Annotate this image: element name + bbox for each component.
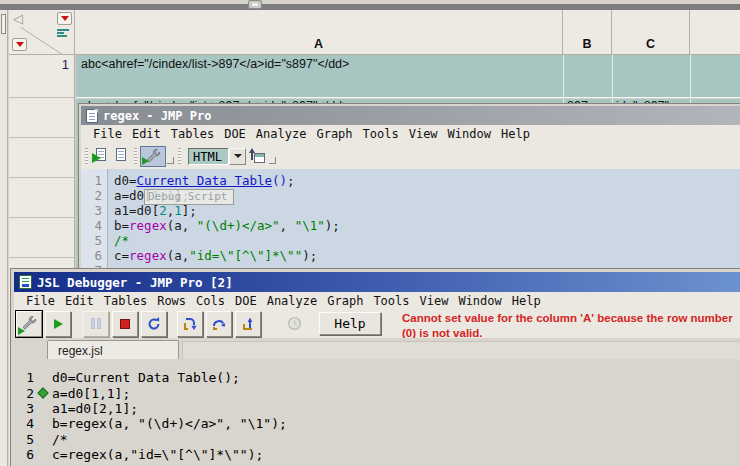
code-line[interactable]: 1d0=Current Data Table(); <box>81 173 740 188</box>
run-button[interactable] <box>45 311 71 337</box>
tab-regex-jsl[interactable]: regex.jsl <box>47 340 179 359</box>
code-line[interactable]: 3a1=d0[2,1]; <box>81 203 740 218</box>
red-triangle-icon <box>16 42 24 47</box>
debugger-titlebar[interactable]: JSL Debugger - JMP Pro [2] <box>14 272 740 292</box>
row-header-empty[interactable] <box>9 98 74 138</box>
run-script-button[interactable] <box>91 146 112 166</box>
stop-button[interactable] <box>112 311 138 337</box>
debugger-code-view[interactable]: 1d0=Current Data Table(); 2a=d0[1,1]; 3a… <box>14 359 740 466</box>
debugger-tabstrip: regex.jsl <box>14 338 740 359</box>
green-play-icon <box>92 153 101 163</box>
code-line[interactable]: 5/* <box>81 233 740 248</box>
row-header-empty[interactable] <box>9 178 74 218</box>
menu-doe[interactable]: DOE <box>230 293 262 309</box>
code-line[interactable]: 3a1=d0[2,1]; <box>14 401 740 416</box>
collapse-chevron-icon[interactable]: ◁ <box>13 12 23 26</box>
code-line-current[interactable]: 2a=d0[1,1]; <box>14 385 740 400</box>
menu-edit[interactable]: Edit <box>60 293 99 309</box>
code-line[interactable]: 4b=regex(a, "(\d+)</a>", "\1"); <box>81 218 740 233</box>
menu-analyze[interactable]: Analyze <box>262 293 323 309</box>
toolbar-grip[interactable] <box>134 148 137 165</box>
menu-tables[interactable]: Tables <box>166 126 219 142</box>
menu-file[interactable]: File <box>88 126 127 142</box>
code-line[interactable]: 4b=regex(a, "(\d+)</a>", "\1"); <box>14 416 740 431</box>
menu-view[interactable]: View <box>415 293 454 309</box>
toolbar-grip[interactable] <box>85 148 88 165</box>
cell-a1[interactable]: abc<ahref="/cindex/list->897</a>id="s897… <box>81 57 349 71</box>
regex-titlebar[interactable]: regex - JMP Pro <box>81 106 740 125</box>
menu-window[interactable]: Window <box>443 126 496 142</box>
debugger-toolbar: Help Cannot set value for the column 'A'… <box>14 309 740 338</box>
toolbar-overflow-chevron[interactable] <box>269 157 276 164</box>
regex-toolbar: HTML <box>81 143 740 169</box>
menu-analyze[interactable]: Analyze <box>251 126 312 142</box>
combo-dropdown-button[interactable] <box>229 148 246 165</box>
menu-help[interactable]: Help <box>496 126 535 142</box>
step-over-button[interactable] <box>206 311 232 337</box>
code-line[interactable]: 5/* <box>14 432 740 447</box>
menu-tables[interactable]: Tables <box>99 293 152 309</box>
row-header-1[interactable]: 1 <box>9 55 74 98</box>
stop-icon <box>120 319 130 329</box>
debug-script-tooltip: Debug Script <box>144 189 234 205</box>
script-file-icon <box>86 109 98 123</box>
menu-tools[interactable]: Tools <box>368 293 414 309</box>
step-into-button[interactable] <box>177 311 203 337</box>
regex-window-title: regex - JMP Pro <box>103 109 211 123</box>
table-row[interactable]: abc<ahref="/cindex/list->897</a>id="s897… <box>76 55 740 98</box>
language-combo-value[interactable]: HTML <box>188 148 229 165</box>
code-line[interactable]: 6c=regex(a,"id=\"[^\"]*\""); <box>81 248 740 263</box>
reset-icon <box>146 316 162 332</box>
page-icon <box>116 148 126 161</box>
menu-graph[interactable]: Graph <box>311 126 357 142</box>
menu-rows[interactable]: Rows <box>152 293 191 309</box>
panel-splitter-handle[interactable] <box>1 14 6 34</box>
table-up-icon <box>249 148 265 164</box>
regex-code-editor[interactable]: 1d0=Current Data Table(); 2a=d0[1,1]; 3a… <box>81 169 740 276</box>
window-icon <box>248 0 262 9</box>
help-button[interactable]: Help <box>319 312 381 335</box>
column-header-a[interactable]: A <box>75 10 563 54</box>
columns-icon[interactable] <box>57 29 71 38</box>
step-into-icon <box>182 316 198 332</box>
menu-doe[interactable]: DOE <box>219 126 251 142</box>
menu-help[interactable]: Help <box>507 293 546 309</box>
debugger-menubar: File Edit Tables Rows Cols DOE Analyze G… <box>14 292 740 309</box>
column-header-b[interactable]: B <box>563 10 612 54</box>
rows-menu-button[interactable] <box>12 38 27 51</box>
regex-menubar: File Edit Tables DOE Analyze Graph Tools… <box>81 125 740 143</box>
jsl-debugger-window: JSL Debugger - JMP Pro [2] File Edit Tab… <box>10 268 740 466</box>
pause-button <box>83 311 109 337</box>
table-corner: ◁ <box>9 10 75 55</box>
menu-tools[interactable]: Tools <box>358 126 404 142</box>
columns-menu-button[interactable] <box>57 12 72 25</box>
column-header-row: A B C <box>75 10 740 55</box>
menu-cols[interactable]: Cols <box>191 293 230 309</box>
row-header-empty[interactable] <box>9 138 74 178</box>
column-header-c[interactable]: C <box>612 10 690 54</box>
send-to-table-button[interactable] <box>246 146 268 166</box>
step-out-button[interactable] <box>235 311 261 337</box>
jsl-debugger-icon <box>19 275 32 289</box>
menu-edit[interactable]: Edit <box>127 126 166 142</box>
code-line[interactable]: 1d0=Current Data Table(); <box>14 370 740 385</box>
chevron-down-icon <box>234 154 242 158</box>
step-over-icon <box>211 316 227 332</box>
column-header-empty[interactable] <box>690 10 740 54</box>
menu-view[interactable]: View <box>404 126 443 142</box>
red-triangle-icon <box>61 16 69 21</box>
screen: ◁ A B C 1 abc<ahref="/cindex/list->897</… <box>0 0 740 466</box>
toolbar-grip[interactable] <box>178 148 181 165</box>
menu-window[interactable]: Window <box>453 293 506 309</box>
step-out-icon <box>240 316 256 332</box>
debug-run-button[interactable] <box>16 311 42 337</box>
debug-script-button[interactable] <box>140 146 166 167</box>
new-script-button[interactable] <box>112 146 131 166</box>
toolbar-overflow-chevron[interactable] <box>167 157 174 164</box>
row-header-empty[interactable] <box>9 218 74 258</box>
code-line[interactable]: 6c=regex(a,"id=\"[^\"]*\""); <box>14 447 740 462</box>
menu-graph[interactable]: Graph <box>322 293 368 309</box>
debugger-window-title: JSL Debugger - JMP Pro [2] <box>37 275 233 290</box>
menu-file[interactable]: File <box>21 293 60 309</box>
reset-button[interactable] <box>141 311 167 337</box>
